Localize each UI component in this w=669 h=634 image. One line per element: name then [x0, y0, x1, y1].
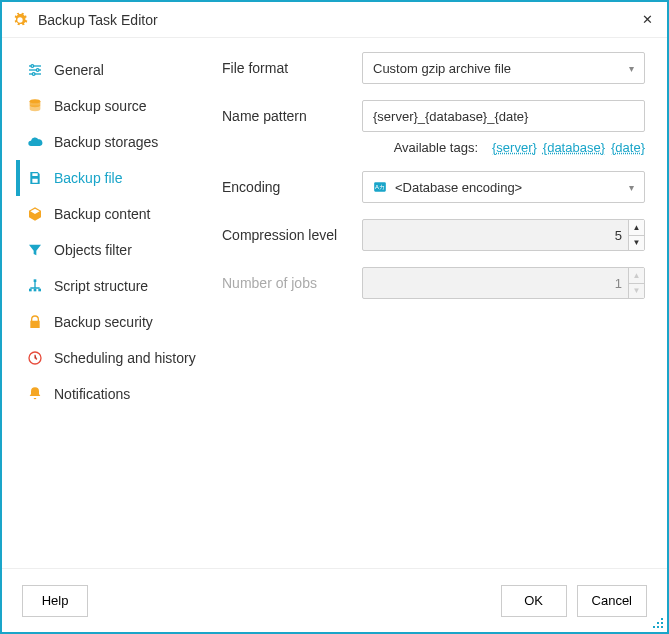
svg-rect-16	[661, 622, 663, 624]
compression-label: Compression level	[222, 227, 362, 243]
name-pattern-label: Name pattern	[222, 108, 362, 124]
svg-point-5	[32, 73, 35, 76]
jobs-spinner: 1 ▲ ▼	[362, 267, 645, 299]
package-icon	[26, 205, 44, 223]
cloud-icon	[26, 133, 44, 151]
name-pattern-input-wrap	[362, 100, 645, 132]
sidebar: General Backup source Backup storages Ba…	[2, 38, 212, 568]
svg-text:Aカ: Aカ	[375, 184, 385, 190]
sidebar-item-label: Backup content	[54, 206, 151, 222]
svg-rect-8	[29, 289, 32, 292]
svg-rect-10	[38, 289, 41, 292]
funnel-icon	[26, 241, 44, 259]
svg-rect-14	[661, 618, 663, 620]
compression-spinner[interactable]: 5 ▲ ▼	[362, 219, 645, 251]
sidebar-item-notifications[interactable]: Notifications	[16, 376, 212, 412]
file-format-select[interactable]: Custom gzip archive file ▾	[362, 52, 645, 84]
encoding-select[interactable]: Aカ <Database encoding> ▾	[362, 171, 645, 203]
main-panel: File format Custom gzip archive file ▾ N…	[212, 38, 667, 568]
tag-link-date[interactable]: {date}	[611, 140, 645, 155]
chevron-down-icon: ▾	[629, 182, 634, 193]
encoding-label: Encoding	[222, 179, 362, 195]
sidebar-item-label: Backup storages	[54, 134, 158, 150]
sidebar-item-label: Script structure	[54, 278, 148, 294]
tag-link-server[interactable]: {server}	[492, 140, 537, 155]
name-pattern-input[interactable]	[373, 109, 634, 124]
tag-link-database[interactable]: {database}	[543, 140, 605, 155]
chevron-down-icon: ▾	[629, 63, 634, 74]
sidebar-item-backup-source[interactable]: Backup source	[16, 88, 212, 124]
svg-rect-9	[34, 289, 37, 292]
sidebar-item-label: Scheduling and history	[54, 350, 196, 366]
window-title: Backup Task Editor	[38, 12, 158, 28]
gear-icon	[12, 12, 28, 28]
encoding-icon: Aカ	[373, 180, 387, 194]
sidebar-item-backup-content[interactable]: Backup content	[16, 196, 212, 232]
sidebar-item-objects-filter[interactable]: Objects filter	[16, 232, 212, 268]
spin-up-button[interactable]: ▲	[629, 220, 644, 236]
file-format-label: File format	[222, 60, 362, 76]
sidebar-item-general[interactable]: General	[16, 52, 212, 88]
sidebar-item-label: Backup file	[54, 170, 122, 186]
clock-icon	[26, 349, 44, 367]
sidebar-item-label: Objects filter	[54, 242, 132, 258]
sidebar-item-label: Backup source	[54, 98, 147, 114]
close-button[interactable]: ✕	[637, 12, 657, 27]
database-icon	[26, 97, 44, 115]
sidebar-item-backup-security[interactable]: Backup security	[16, 304, 212, 340]
sidebar-item-label: Backup security	[54, 314, 153, 330]
sidebar-item-label: Notifications	[54, 386, 130, 402]
svg-rect-19	[661, 626, 663, 628]
svg-rect-17	[653, 626, 655, 628]
svg-rect-7	[34, 279, 37, 282]
ok-button[interactable]: OK	[501, 585, 567, 617]
spin-up-button: ▲	[629, 268, 644, 284]
sidebar-item-backup-file[interactable]: Backup file	[16, 160, 212, 196]
sidebar-item-scheduling[interactable]: Scheduling and history	[16, 340, 212, 376]
cancel-button[interactable]: Cancel	[577, 585, 647, 617]
titlebar: Backup Task Editor ✕	[2, 2, 667, 38]
svg-rect-15	[657, 622, 659, 624]
svg-point-4	[36, 69, 39, 72]
sidebar-item-label: General	[54, 62, 104, 78]
save-icon	[26, 169, 44, 187]
sliders-icon	[26, 61, 44, 79]
lock-icon	[26, 313, 44, 331]
resize-grip[interactable]	[653, 618, 665, 630]
bell-icon	[26, 385, 44, 403]
spin-down-button[interactable]: ▼	[629, 236, 644, 251]
tree-icon	[26, 277, 44, 295]
available-tags-label: Available tags:	[394, 140, 478, 155]
available-tags-row: Available tags: {server} {database} {dat…	[222, 140, 645, 155]
svg-rect-18	[657, 626, 659, 628]
spin-down-button: ▼	[629, 284, 644, 299]
jobs-label: Number of jobs	[222, 275, 362, 291]
footer: Help OK Cancel	[2, 568, 667, 632]
sidebar-item-backup-storages[interactable]: Backup storages	[16, 124, 212, 160]
svg-point-3	[31, 65, 34, 68]
help-button[interactable]: Help	[22, 585, 88, 617]
sidebar-item-script-structure[interactable]: Script structure	[16, 268, 212, 304]
